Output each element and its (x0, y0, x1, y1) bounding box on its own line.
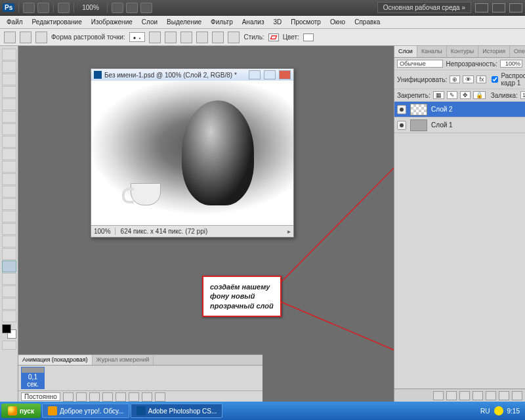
tab-history[interactable]: История (478, 46, 510, 57)
lang-indicator[interactable]: RU (480, 408, 490, 415)
propagate-frame-checkbox[interactable] (492, 76, 498, 83)
visibility-toggle-icon[interactable] (397, 121, 406, 130)
stamp-tool[interactable] (2, 148, 16, 160)
shape-tool[interactable] (2, 261, 16, 272)
tab-measurement-log[interactable]: Журнал измерений (93, 355, 154, 365)
menu-edit[interactable]: Редактирование (28, 17, 86, 27)
current-tool-icon[interactable] (4, 32, 16, 43)
menu-help[interactable]: Справка (350, 17, 384, 27)
shape-custom-icon[interactable] (228, 32, 240, 43)
brush-tool[interactable] (2, 136, 16, 148)
menu-layers[interactable]: Слои (138, 17, 161, 27)
hand-tool[interactable] (2, 298, 16, 310)
doc-minimize-button[interactable] (249, 70, 261, 79)
blend-mode-dropdown[interactable]: Обычные (397, 60, 443, 68)
marquee-tool[interactable] (2, 61, 16, 73)
close-button[interactable] (509, 3, 522, 12)
unify-visibility-icon[interactable]: 👁 (463, 75, 474, 83)
halftone-shape-dropdown[interactable]: ⬥ ▾ (129, 32, 146, 42)
fill-input[interactable]: 100% (520, 91, 525, 99)
shape-ellipse-icon[interactable] (180, 32, 192, 43)
layer-name[interactable]: Слой 2 (431, 106, 453, 113)
prev-frame-button[interactable] (76, 392, 87, 402)
workspace-switcher[interactable]: Основная рабочая среда » (377, 2, 471, 13)
dodge-tool[interactable] (2, 211, 16, 222)
menu-image[interactable]: Изображение (87, 17, 136, 27)
history-brush-tool[interactable] (2, 161, 16, 173)
shape-roundrect-icon[interactable] (165, 32, 177, 43)
last-frame-button[interactable] (116, 392, 126, 402)
clock[interactable]: 9:15 (507, 408, 520, 415)
doc-maximize-button[interactable] (264, 70, 276, 79)
menu-3d[interactable]: 3D (269, 17, 285, 27)
delete-layer-button[interactable] (512, 391, 522, 400)
tween-button[interactable] (129, 392, 139, 402)
start-button[interactable]: пуск (1, 404, 41, 418)
taskbar-item[interactable]: Adobe Photoshop CS... (131, 404, 222, 418)
taskbar-item[interactable]: Доброе утро!. Обсу... (42, 404, 129, 418)
delete-frame-button[interactable] (155, 392, 165, 402)
tab-actions[interactable]: Операции (510, 46, 525, 57)
frame-duration[interactable]: 0,1 сек. (22, 373, 44, 388)
play-button[interactable] (89, 392, 100, 402)
color-swatch[interactable] (303, 33, 314, 41)
layer-style-button[interactable] (446, 391, 457, 400)
layer-thumb[interactable] (410, 104, 427, 116)
layer-row[interactable]: Слой 2 (394, 102, 525, 117)
fgbg-colors[interactable] (2, 324, 16, 339)
unify-style-icon[interactable]: fx (476, 75, 486, 83)
blur-tool[interactable] (2, 198, 16, 210)
menu-filter[interactable]: Фильтр (207, 17, 237, 27)
duplicate-frame-button[interactable] (142, 392, 152, 402)
hand-icon[interactable] (112, 3, 123, 13)
loop-dropdown[interactable]: Постоянно (21, 392, 60, 401)
document-window[interactable]: Без имени-1.psd @ 100% (Слой 2, RGB/8) *… (91, 68, 294, 238)
eraser-tool[interactable] (2, 173, 16, 185)
layer-mask-button[interactable] (459, 391, 470, 400)
shape-rect-icon[interactable] (149, 32, 161, 43)
shape-polygon-icon[interactable] (196, 32, 208, 43)
system-tray[interactable]: RU 9:15 (476, 406, 524, 415)
crop-tool[interactable] (2, 98, 16, 110)
arrange-icon[interactable] (126, 3, 138, 13)
view-extras-icon[interactable] (58, 3, 70, 13)
menu-view[interactable]: Просмотр (287, 17, 325, 27)
gradient-tool[interactable] (2, 186, 16, 198)
tray-icon[interactable] (494, 406, 503, 415)
minibridge-icon[interactable] (37, 3, 49, 13)
quickselect-tool[interactable] (2, 86, 16, 98)
quickmask-toggle[interactable] (2, 341, 16, 350)
tab-paths[interactable]: Контуры (447, 46, 478, 57)
doc-info-arrow-icon[interactable]: ▸ (287, 228, 291, 235)
first-frame-button[interactable] (63, 392, 74, 402)
layer-name[interactable]: Слой 1 (431, 121, 453, 129)
adjustment-layer-button[interactable] (472, 391, 483, 400)
doc-info[interactable]: 624 пикс. x 414 пикс. (72 ppi) (121, 228, 208, 235)
healing-tool[interactable] (2, 123, 16, 135)
shape-pick-icon[interactable] (35, 32, 47, 43)
shape-geometry-icon[interactable] (20, 32, 32, 43)
3d-tool[interactable] (2, 273, 16, 285)
menu-select[interactable]: Выделение (163, 17, 205, 27)
layer-group-button[interactable] (486, 391, 496, 400)
3d-camera-tool[interactable] (2, 285, 16, 297)
tab-channels[interactable]: Каналы (417, 46, 447, 57)
unify-position-icon[interactable]: ⊕ (450, 75, 460, 83)
link-layers-button[interactable] (433, 391, 444, 400)
style-swatch[interactable] (268, 33, 279, 41)
bridge-icon[interactable] (23, 3, 35, 13)
zoom-level[interactable]: 100% (82, 4, 99, 11)
new-layer-button[interactable] (499, 391, 509, 400)
lock-position-icon[interactable]: ✥ (460, 91, 471, 99)
opacity-input[interactable]: 100% (500, 60, 522, 68)
document-titlebar[interactable]: Без имени-1.psd @ 100% (Слой 2, RGB/8) * (91, 69, 293, 81)
menu-analysis[interactable]: Анализ (238, 17, 268, 27)
visibility-toggle-icon[interactable] (397, 105, 406, 114)
menu-window[interactable]: Окно (326, 17, 349, 27)
next-frame-button[interactable] (102, 392, 113, 402)
shape-line-icon[interactable] (212, 32, 224, 43)
layer-row[interactable]: Слой 1 (394, 117, 525, 133)
tab-animation[interactable]: Анимация (покадровая) (18, 355, 93, 365)
menu-file[interactable]: Файл (3, 17, 27, 27)
doc-close-button[interactable] (279, 70, 291, 79)
